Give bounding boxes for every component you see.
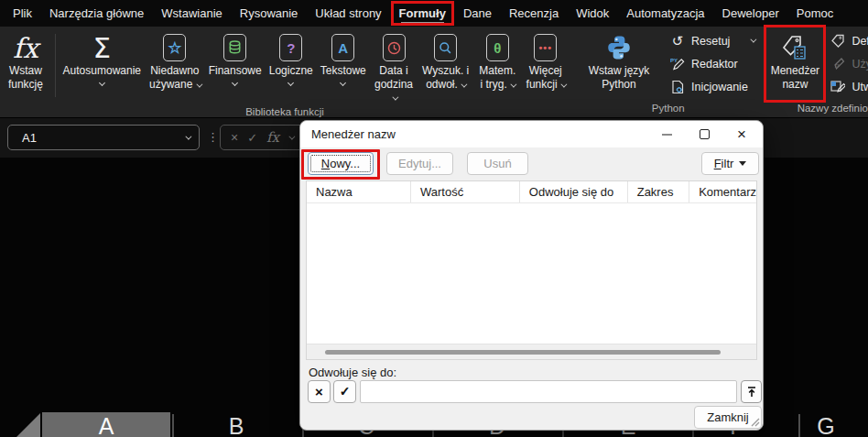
python-init-label: Inicjowanie: [691, 81, 748, 93]
tab-widok[interactable]: Widok: [574, 4, 611, 23]
confirm-entry-icon[interactable]: ✓: [247, 131, 257, 145]
py-pencil-icon: PY: [669, 57, 686, 71]
chevron-down-icon: [751, 37, 757, 43]
use-in-formula-button: fx Użyj w fo: [827, 54, 868, 74]
date-time-label: Data i godzina: [374, 64, 413, 91]
close-icon[interactable]: ×: [737, 126, 746, 142]
insert-python-label: Wstaw język Python: [579, 64, 659, 91]
recently-used-icon: ☆: [163, 34, 186, 61]
text-functions-button[interactable]: A Tekstowe: [317, 27, 370, 104]
more-functions-button[interactable]: ••• Więcej funkcji: [522, 27, 570, 104]
cancel-entry-icon[interactable]: ×: [231, 130, 238, 145]
group-function-library: fx Wstaw funkcję Σ Autosumowanie ☆ Nieda…: [0, 27, 570, 117]
tab-pomoc[interactable]: Pomoc: [795, 4, 835, 23]
names-list-body-empty: [307, 203, 756, 344]
column-header-zakres[interactable]: Zakres: [628, 181, 689, 202]
scrollbar-thumb[interactable]: [325, 350, 721, 355]
name-box-value: A1: [22, 131, 37, 145]
financial-button[interactable]: Finansowe: [205, 27, 266, 104]
chevron-down-icon: [196, 81, 202, 87]
sigma-icon: Σ: [93, 31, 112, 64]
dialog-titlebar[interactable]: Menedżer nazw ×: [300, 121, 763, 147]
column-header-wartosc[interactable]: Wartość: [411, 181, 520, 202]
logical-button[interactable]: ? Logiczne: [266, 27, 317, 104]
chevron-down-icon: [340, 80, 346, 86]
minimize-icon[interactable]: [662, 134, 672, 136]
recently-used-button[interactable]: ☆ Niedawno używane: [145, 27, 205, 104]
column-header-nazwa[interactable]: Nazwa: [307, 181, 411, 202]
tab-recenzja[interactable]: Recenzja: [507, 4, 560, 23]
confirm-reference-button[interactable]: ✓: [333, 380, 356, 403]
tab-formuly[interactable]: Formuły: [397, 4, 448, 23]
edit-name-button: Edytuj...: [386, 152, 453, 175]
new-name-button[interactable]: Nowy...: [308, 152, 374, 175]
grid-pencil-icon: [830, 80, 846, 93]
collapse-dialog-button[interactable]: [741, 380, 762, 403]
group-label-function-library: Biblioteka funkcji: [0, 104, 570, 119]
python-init-button[interactable]: Inicjowanie: [667, 77, 757, 97]
tab-uklad-strony[interactable]: Układ strony: [313, 4, 383, 23]
math-trig-button[interactable]: θ Matem. i tryg.: [473, 27, 522, 104]
resize-dots-icon[interactable]: ⋮: [207, 130, 219, 144]
cancel-reference-button[interactable]: ×: [308, 380, 331, 403]
autosum-button[interactable]: Σ Autosumowanie: [60, 27, 145, 104]
name-manager-button[interactable]: Menedżer nazw: [766, 27, 823, 101]
create-from-selection-button[interactable]: Utwórz z: [827, 77, 868, 97]
chevron-down-icon: [99, 80, 105, 86]
tab-wstawianie[interactable]: Wstawianie: [159, 4, 223, 23]
tab-automatyzacja[interactable]: Automatyzacja: [624, 4, 706, 23]
logical-label: Logiczne: [269, 64, 313, 77]
name-box[interactable]: A1: [7, 125, 200, 150]
group-defined-names: Menedżer nazw Definiuj n fx Użyj: [766, 27, 868, 117]
maximize-icon[interactable]: [700, 129, 710, 139]
more-functions-label: Więcej funkcji: [526, 64, 562, 91]
ribbon-tab-bar: Plik Narzędzia główne Wstawianie Rysowan…: [0, 0, 868, 27]
python-reset-button[interactable]: ↺ Resetuj: [667, 31, 757, 51]
text-functions-label: Tekstowe: [320, 64, 366, 77]
fx-icon: fx: [13, 32, 38, 64]
column-header-g[interactable]: G: [817, 412, 834, 437]
group-divider: [55, 34, 56, 97]
tab-rysowanie[interactable]: Rysowanie: [238, 4, 300, 23]
names-list[interactable]: Nazwa Wartość Odwołuje się do Zakres Kom…: [306, 180, 757, 360]
dropdown-arrow-icon: [739, 161, 746, 166]
filter-button[interactable]: Filtr: [701, 152, 759, 175]
select-all-corner[interactable]: [16, 413, 40, 437]
column-divider: [798, 414, 800, 437]
insert-python-button[interactable]: Wstaw język Python: [575, 27, 663, 101]
ellipsis-icon: •••: [534, 34, 557, 61]
magnifier-icon: [434, 34, 457, 61]
chevron-down-icon: [232, 80, 238, 86]
tab-narzedzia-glowne[interactable]: Narzędzia główne: [48, 4, 146, 23]
theta-icon: θ: [486, 34, 509, 61]
tab-deweloper[interactable]: Deweloper: [721, 4, 781, 23]
chevron-down-icon: [288, 80, 294, 86]
define-name-button[interactable]: Definiuj n: [827, 31, 868, 51]
group-python: Wstaw język Python ↺ Resetuj PY Redaktor: [575, 27, 761, 117]
resize-grip[interactable]: [750, 417, 760, 427]
delete-name-button: Usuń: [467, 152, 528, 175]
refers-to-input[interactable]: [360, 380, 737, 403]
chevron-down-icon: [560, 81, 567, 87]
create-from-selection-label: Utwórz z: [852, 81, 868, 93]
insert-function-fx-icon[interactable]: fx: [266, 129, 279, 146]
column-header-odwoluje[interactable]: Odwołuje się do: [520, 181, 628, 202]
python-logo-icon: [605, 31, 633, 64]
lookup-reference-button[interactable]: Wyszuk. i odwoł.: [418, 27, 473, 104]
tab-dane[interactable]: Dane: [461, 4, 494, 23]
names-list-header: Nazwa Wartość Odwołuje się do Zakres Kom…: [307, 181, 756, 203]
column-header-komentarz[interactable]: Komentarz: [689, 181, 756, 202]
python-editor-label: Redaktor: [691, 58, 738, 71]
group-label-defined-names: Nazwy zdefiniow: [766, 101, 868, 117]
column-header-b[interactable]: B: [229, 412, 244, 437]
chevron-down-icon: [392, 94, 398, 101]
horizontal-scrollbar[interactable]: [307, 344, 756, 359]
filter-button-accel: F: [714, 157, 722, 170]
python-editor-button[interactable]: PY Redaktor: [667, 54, 757, 74]
chevron-down-icon: [510, 81, 516, 87]
column-header-a-selected[interactable]: A: [42, 412, 170, 437]
formula-edit-buttons: × ✓ fx: [220, 125, 304, 150]
tab-plik[interactable]: Plik: [11, 4, 34, 23]
insert-function-button[interactable]: fx Wstaw funkcję: [0, 27, 51, 104]
date-time-button[interactable]: Data i godzina: [370, 27, 418, 104]
